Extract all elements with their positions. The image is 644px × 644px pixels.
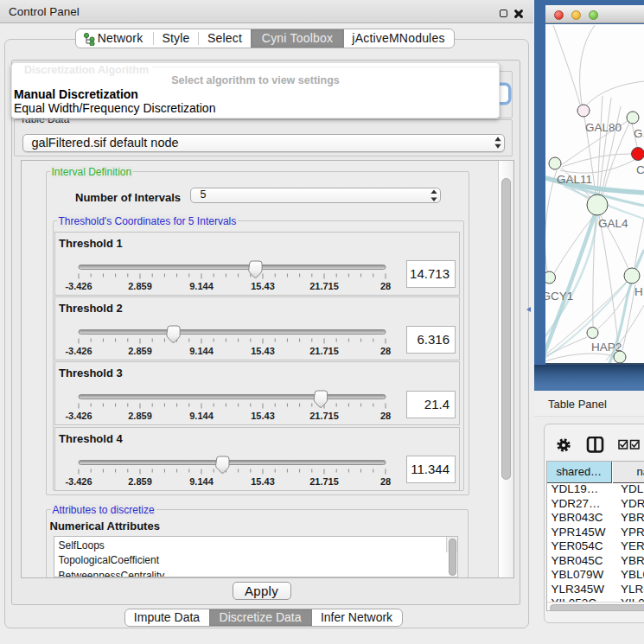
svg-text:21.715: 21.715	[309, 411, 339, 421]
svg-text:9.144: 9.144	[189, 475, 214, 486]
svg-text:H: H	[634, 285, 643, 298]
svg-text:G.: G.	[634, 127, 644, 140]
svg-text:-3.426: -3.426	[65, 475, 92, 486]
svg-text:15.43: 15.43	[251, 475, 275, 486]
svg-text:2.859: 2.859	[128, 280, 152, 290]
svg-text:-3.426: -3.426	[65, 280, 92, 290]
svg-text:9.144: 9.144	[189, 411, 214, 421]
svg-text:28: 28	[379, 280, 390, 290]
svg-text:2.859: 2.859	[128, 411, 152, 421]
svg-text:15.43: 15.43	[251, 280, 275, 290]
svg-text:-3.426: -3.426	[65, 411, 92, 421]
svg-text:28: 28	[379, 475, 390, 486]
svg-text:2.859: 2.859	[128, 346, 152, 356]
svg-text:21.715: 21.715	[309, 346, 339, 356]
svg-text:15.43: 15.43	[251, 411, 275, 421]
svg-text:21.715: 21.715	[309, 280, 339, 290]
svg-text:C: C	[636, 163, 644, 176]
svg-text:21.715: 21.715	[309, 475, 339, 486]
svg-text:GAL80: GAL80	[585, 121, 622, 134]
svg-text:-3.426: -3.426	[65, 346, 92, 356]
svg-text:GAL4: GAL4	[598, 217, 628, 230]
svg-text:GAL11: GAL11	[557, 173, 592, 186]
svg-text:HAP2: HAP2	[591, 341, 622, 354]
svg-text:9.144: 9.144	[189, 346, 214, 356]
svg-text:2.859: 2.859	[128, 475, 152, 486]
svg-text:15.43: 15.43	[251, 346, 275, 356]
svg-text:9.144: 9.144	[189, 280, 214, 290]
svg-text:28: 28	[379, 346, 390, 356]
svg-text:28: 28	[379, 411, 390, 421]
svg-text:GCY1: GCY1	[545, 290, 573, 303]
